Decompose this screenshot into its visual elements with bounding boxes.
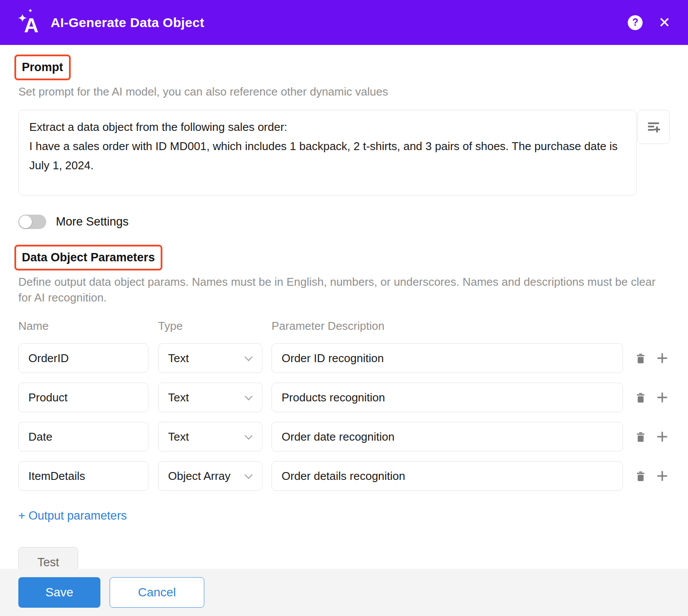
add-parameter-button[interactable] — [655, 429, 670, 444]
sparkle-icon: ✦ — [28, 8, 33, 14]
output-parameters-link[interactable]: + Output parameters — [18, 509, 127, 523]
dialog-header: ✦ ✦ A AI-Generate Data Object ? ✕ — [0, 0, 688, 45]
param-type-select[interactable]: Text — [158, 383, 262, 412]
parameters-hint: Define output data object params. Names … — [18, 274, 670, 305]
column-header-name: Name — [18, 319, 148, 333]
dialog-title: AI-Generate Data Object — [51, 15, 204, 30]
more-settings-row: More Settings — [18, 215, 670, 229]
save-button[interactable]: Save — [18, 577, 100, 608]
add-parameter-button[interactable] — [655, 390, 670, 405]
chevron-down-icon — [244, 431, 252, 439]
prompt-hint: Set prompt for the AI model, you can als… — [18, 84, 670, 99]
ai-generate-data-object-dialog: ✦ ✦ A AI-Generate Data Object ? ✕ Prompt… — [0, 0, 688, 616]
parameter-row: Object Array — [18, 461, 670, 491]
param-type-select[interactable]: Text — [158, 343, 262, 373]
delete-parameter-button[interactable] — [633, 429, 648, 444]
prompt-editor: Extract a data object from the following… — [18, 110, 670, 195]
trash-icon — [635, 431, 647, 443]
param-description-input[interactable] — [272, 422, 623, 452]
parameter-row: Text — [18, 383, 670, 412]
column-header-description: Parameter Description — [272, 319, 670, 333]
param-description-input[interactable] — [272, 383, 623, 412]
playlist-add-icon — [647, 120, 660, 134]
delete-parameter-button[interactable] — [633, 469, 648, 483]
param-type-value: Text — [168, 391, 189, 404]
param-type-value: Text — [168, 430, 189, 444]
chevron-down-icon — [244, 353, 252, 361]
chevron-down-icon — [244, 392, 252, 400]
param-type-value: Object Array — [168, 469, 230, 483]
param-name-input[interactable] — [18, 422, 148, 452]
chevron-down-icon — [244, 471, 252, 479]
plus-icon — [656, 430, 669, 443]
dialog-footer: Save Cancel — [0, 569, 688, 616]
param-type-select[interactable]: Text — [158, 422, 262, 452]
data-object-parameters-label-annotation: Data Object Parameters — [14, 245, 162, 270]
param-name-input[interactable] — [18, 461, 148, 491]
parameter-row: Text — [18, 343, 670, 373]
cancel-button[interactable]: Cancel — [110, 577, 204, 608]
add-parameter-button[interactable] — [655, 351, 670, 366]
toggle-knob — [19, 216, 32, 228]
plus-icon — [656, 352, 669, 365]
prompt-textarea[interactable]: Extract a data object from the following… — [18, 110, 636, 195]
dialog-body: Prompt Set prompt for the AI model, you … — [0, 45, 688, 578]
ai-sparkle-logo-icon: ✦ ✦ A — [17, 9, 43, 36]
plus-icon — [656, 469, 669, 483]
close-icon[interactable]: ✕ — [658, 15, 671, 30]
param-description-input[interactable] — [272, 461, 623, 491]
trash-icon — [635, 470, 647, 482]
column-header-type: Type — [158, 319, 262, 333]
param-name-input[interactable] — [18, 383, 148, 412]
param-description-input[interactable] — [272, 343, 623, 373]
add-parameter-button[interactable] — [655, 469, 670, 483]
parameters-column-headers: Name Type Parameter Description — [18, 319, 670, 333]
prompt-label: Prompt — [22, 61, 63, 74]
param-name-input[interactable] — [18, 343, 148, 373]
trash-icon — [635, 392, 647, 404]
plus-icon — [656, 391, 669, 404]
delete-parameter-button[interactable] — [633, 351, 648, 366]
trash-icon — [635, 352, 647, 364]
param-type-value: Text — [168, 352, 189, 365]
parameter-row: Text — [18, 422, 670, 452]
data-object-parameters-label: Data Object Parameters — [22, 251, 155, 264]
more-settings-label: More Settings — [56, 215, 129, 229]
insert-dynamic-value-button[interactable] — [637, 110, 670, 144]
logo-letter: A — [24, 15, 38, 35]
prompt-label-annotation: Prompt — [14, 55, 71, 80]
param-type-select[interactable]: Object Array — [158, 461, 262, 491]
more-settings-toggle[interactable] — [18, 215, 46, 229]
help-icon[interactable]: ? — [628, 15, 643, 30]
delete-parameter-button[interactable] — [633, 390, 648, 405]
